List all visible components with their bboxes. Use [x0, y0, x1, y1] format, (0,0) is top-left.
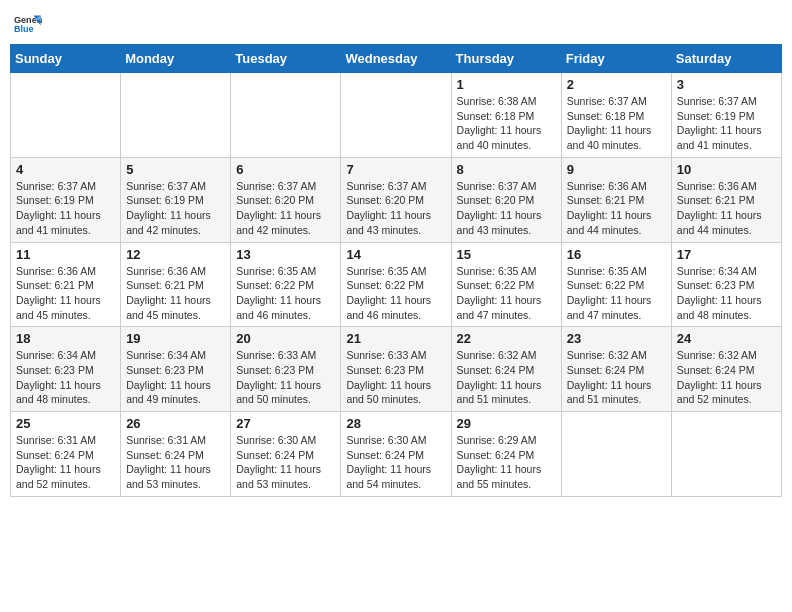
day-number: 15: [457, 247, 556, 262]
svg-text:Blue: Blue: [14, 24, 34, 34]
calendar-cell: [231, 73, 341, 158]
day-info: Sunrise: 6:35 AM Sunset: 6:22 PM Dayligh…: [567, 264, 666, 323]
day-info: Sunrise: 6:36 AM Sunset: 6:21 PM Dayligh…: [126, 264, 225, 323]
day-info: Sunrise: 6:36 AM Sunset: 6:21 PM Dayligh…: [16, 264, 115, 323]
day-number: 19: [126, 331, 225, 346]
calendar-week-row: 1Sunrise: 6:38 AM Sunset: 6:18 PM Daylig…: [11, 73, 782, 158]
day-info: Sunrise: 6:29 AM Sunset: 6:24 PM Dayligh…: [457, 433, 556, 492]
logo-icon: General Blue: [14, 10, 42, 38]
calendar-week-row: 18Sunrise: 6:34 AM Sunset: 6:23 PM Dayli…: [11, 327, 782, 412]
day-number: 8: [457, 162, 556, 177]
calendar-week-row: 11Sunrise: 6:36 AM Sunset: 6:21 PM Dayli…: [11, 242, 782, 327]
day-number: 17: [677, 247, 776, 262]
day-info: Sunrise: 6:37 AM Sunset: 6:18 PM Dayligh…: [567, 94, 666, 153]
day-number: 20: [236, 331, 335, 346]
calendar-table: SundayMondayTuesdayWednesdayThursdayFrid…: [10, 44, 782, 497]
day-info: Sunrise: 6:35 AM Sunset: 6:22 PM Dayligh…: [457, 264, 556, 323]
day-info: Sunrise: 6:35 AM Sunset: 6:22 PM Dayligh…: [346, 264, 445, 323]
calendar-cell: [671, 412, 781, 497]
day-number: 12: [126, 247, 225, 262]
calendar-cell: 13Sunrise: 6:35 AM Sunset: 6:22 PM Dayli…: [231, 242, 341, 327]
calendar-cell: [341, 73, 451, 158]
day-info: Sunrise: 6:37 AM Sunset: 6:20 PM Dayligh…: [236, 179, 335, 238]
calendar-cell: [11, 73, 121, 158]
day-number: 16: [567, 247, 666, 262]
weekday-header-friday: Friday: [561, 45, 671, 73]
calendar-cell: 3Sunrise: 6:37 AM Sunset: 6:19 PM Daylig…: [671, 73, 781, 158]
day-info: Sunrise: 6:31 AM Sunset: 6:24 PM Dayligh…: [16, 433, 115, 492]
day-info: Sunrise: 6:34 AM Sunset: 6:23 PM Dayligh…: [126, 348, 225, 407]
calendar-cell: 23Sunrise: 6:32 AM Sunset: 6:24 PM Dayli…: [561, 327, 671, 412]
day-info: Sunrise: 6:37 AM Sunset: 6:20 PM Dayligh…: [457, 179, 556, 238]
calendar-cell: 21Sunrise: 6:33 AM Sunset: 6:23 PM Dayli…: [341, 327, 451, 412]
day-number: 7: [346, 162, 445, 177]
day-info: Sunrise: 6:33 AM Sunset: 6:23 PM Dayligh…: [236, 348, 335, 407]
calendar-cell: 29Sunrise: 6:29 AM Sunset: 6:24 PM Dayli…: [451, 412, 561, 497]
day-number: 25: [16, 416, 115, 431]
calendar-cell: 4Sunrise: 6:37 AM Sunset: 6:19 PM Daylig…: [11, 157, 121, 242]
logo: General Blue: [14, 10, 42, 38]
day-info: Sunrise: 6:36 AM Sunset: 6:21 PM Dayligh…: [677, 179, 776, 238]
calendar-week-row: 25Sunrise: 6:31 AM Sunset: 6:24 PM Dayli…: [11, 412, 782, 497]
day-number: 24: [677, 331, 776, 346]
calendar-cell: [561, 412, 671, 497]
day-number: 23: [567, 331, 666, 346]
day-number: 10: [677, 162, 776, 177]
calendar-week-row: 4Sunrise: 6:37 AM Sunset: 6:19 PM Daylig…: [11, 157, 782, 242]
calendar-cell: 25Sunrise: 6:31 AM Sunset: 6:24 PM Dayli…: [11, 412, 121, 497]
calendar-cell: 15Sunrise: 6:35 AM Sunset: 6:22 PM Dayli…: [451, 242, 561, 327]
calendar-cell: 6Sunrise: 6:37 AM Sunset: 6:20 PM Daylig…: [231, 157, 341, 242]
calendar-cell: 19Sunrise: 6:34 AM Sunset: 6:23 PM Dayli…: [121, 327, 231, 412]
day-number: 5: [126, 162, 225, 177]
day-info: Sunrise: 6:32 AM Sunset: 6:24 PM Dayligh…: [457, 348, 556, 407]
weekday-header-tuesday: Tuesday: [231, 45, 341, 73]
day-number: 3: [677, 77, 776, 92]
calendar-cell: 18Sunrise: 6:34 AM Sunset: 6:23 PM Dayli…: [11, 327, 121, 412]
weekday-header-monday: Monday: [121, 45, 231, 73]
day-info: Sunrise: 6:35 AM Sunset: 6:22 PM Dayligh…: [236, 264, 335, 323]
day-info: Sunrise: 6:37 AM Sunset: 6:20 PM Dayligh…: [346, 179, 445, 238]
day-number: 11: [16, 247, 115, 262]
day-number: 29: [457, 416, 556, 431]
calendar-cell: 22Sunrise: 6:32 AM Sunset: 6:24 PM Dayli…: [451, 327, 561, 412]
weekday-header-row: SundayMondayTuesdayWednesdayThursdayFrid…: [11, 45, 782, 73]
calendar-cell: 16Sunrise: 6:35 AM Sunset: 6:22 PM Dayli…: [561, 242, 671, 327]
calendar-cell: 27Sunrise: 6:30 AM Sunset: 6:24 PM Dayli…: [231, 412, 341, 497]
calendar-cell: 1Sunrise: 6:38 AM Sunset: 6:18 PM Daylig…: [451, 73, 561, 158]
day-info: Sunrise: 6:30 AM Sunset: 6:24 PM Dayligh…: [236, 433, 335, 492]
calendar-cell: 20Sunrise: 6:33 AM Sunset: 6:23 PM Dayli…: [231, 327, 341, 412]
calendar-cell: 5Sunrise: 6:37 AM Sunset: 6:19 PM Daylig…: [121, 157, 231, 242]
calendar-cell: 8Sunrise: 6:37 AM Sunset: 6:20 PM Daylig…: [451, 157, 561, 242]
page-header: General Blue: [10, 10, 782, 38]
day-number: 6: [236, 162, 335, 177]
day-info: Sunrise: 6:37 AM Sunset: 6:19 PM Dayligh…: [677, 94, 776, 153]
day-info: Sunrise: 6:34 AM Sunset: 6:23 PM Dayligh…: [677, 264, 776, 323]
calendar-cell: 9Sunrise: 6:36 AM Sunset: 6:21 PM Daylig…: [561, 157, 671, 242]
day-info: Sunrise: 6:36 AM Sunset: 6:21 PM Dayligh…: [567, 179, 666, 238]
day-number: 18: [16, 331, 115, 346]
calendar-cell: 11Sunrise: 6:36 AM Sunset: 6:21 PM Dayli…: [11, 242, 121, 327]
day-number: 13: [236, 247, 335, 262]
calendar-cell: 14Sunrise: 6:35 AM Sunset: 6:22 PM Dayli…: [341, 242, 451, 327]
weekday-header-thursday: Thursday: [451, 45, 561, 73]
calendar-cell: 28Sunrise: 6:30 AM Sunset: 6:24 PM Dayli…: [341, 412, 451, 497]
weekday-header-saturday: Saturday: [671, 45, 781, 73]
day-info: Sunrise: 6:33 AM Sunset: 6:23 PM Dayligh…: [346, 348, 445, 407]
day-number: 22: [457, 331, 556, 346]
day-number: 9: [567, 162, 666, 177]
day-number: 28: [346, 416, 445, 431]
calendar-cell: 10Sunrise: 6:36 AM Sunset: 6:21 PM Dayli…: [671, 157, 781, 242]
calendar-cell: 12Sunrise: 6:36 AM Sunset: 6:21 PM Dayli…: [121, 242, 231, 327]
calendar-cell: 2Sunrise: 6:37 AM Sunset: 6:18 PM Daylig…: [561, 73, 671, 158]
day-number: 4: [16, 162, 115, 177]
weekday-header-sunday: Sunday: [11, 45, 121, 73]
calendar-cell: 26Sunrise: 6:31 AM Sunset: 6:24 PM Dayli…: [121, 412, 231, 497]
day-info: Sunrise: 6:34 AM Sunset: 6:23 PM Dayligh…: [16, 348, 115, 407]
day-number: 1: [457, 77, 556, 92]
weekday-header-wednesday: Wednesday: [341, 45, 451, 73]
day-info: Sunrise: 6:32 AM Sunset: 6:24 PM Dayligh…: [567, 348, 666, 407]
calendar-cell: 17Sunrise: 6:34 AM Sunset: 6:23 PM Dayli…: [671, 242, 781, 327]
day-number: 14: [346, 247, 445, 262]
day-info: Sunrise: 6:30 AM Sunset: 6:24 PM Dayligh…: [346, 433, 445, 492]
day-info: Sunrise: 6:32 AM Sunset: 6:24 PM Dayligh…: [677, 348, 776, 407]
